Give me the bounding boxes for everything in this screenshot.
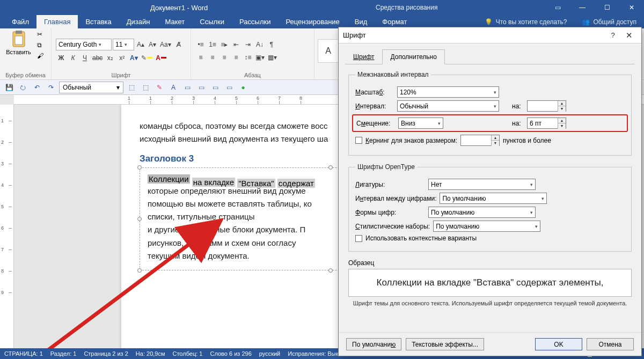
status-pageof[interactable]: Страница 2 из 2 xyxy=(84,350,128,357)
qat-icon-2[interactable]: ⬚ xyxy=(140,82,151,93)
maximize-icon[interactable]: ☐ xyxy=(595,0,619,15)
style-combo[interactable]: Обычный▾ xyxy=(59,82,123,93)
qat-icon-9[interactable]: ● xyxy=(237,82,249,93)
copy-icon[interactable]: ⧉ xyxy=(37,41,47,51)
contextual-checkbox[interactable]: Использовать контекстные варианты xyxy=(355,235,477,242)
dialog-titlebar[interactable]: Шрифт ? ✕ xyxy=(339,27,641,43)
strike-button[interactable]: abc xyxy=(91,53,104,63)
indent-dec-icon[interactable]: ⇤ xyxy=(231,39,241,50)
status-position[interactable]: На: 20,9см xyxy=(136,350,165,357)
set-default-button[interactable]: По умолчанию xyxy=(346,338,401,350)
stylistic-sets-combo[interactable]: По умолчанию▾ xyxy=(433,221,540,232)
qat-icon-4[interactable]: A xyxy=(167,82,179,93)
tab-references[interactable]: Ссылки xyxy=(192,15,232,28)
status-column[interactable]: Столбец: 1 xyxy=(173,350,203,357)
numspacing-combo[interactable]: По умолчанию▾ xyxy=(440,193,547,204)
spacing-by-input[interactable] xyxy=(528,101,558,111)
qat-icon-5[interactable]: ▭ xyxy=(181,82,193,93)
qat-icon-8[interactable]: ▭ xyxy=(223,82,235,93)
close-icon[interactable]: ✕ xyxy=(621,27,637,43)
cancel-button[interactable]: Отмена xyxy=(587,338,634,350)
position-by-spin[interactable]: ▲▼ xyxy=(527,118,566,129)
ligatures-combo[interactable]: Нет▾ xyxy=(428,179,536,190)
tab-file[interactable]: Файл xyxy=(4,15,36,28)
sort-icon[interactable]: A↓ xyxy=(254,39,265,50)
italic-button[interactable]: К xyxy=(68,53,78,63)
ok-button[interactable]: OK xyxy=(535,338,582,350)
resize-handle-icon[interactable] xyxy=(328,268,333,273)
repeat-icon[interactable]: ⭮ xyxy=(17,82,29,93)
shrink-font-icon[interactable]: A▾ xyxy=(147,39,158,50)
font-name-combo[interactable]: Century Goth▾ xyxy=(56,39,112,50)
status-section[interactable]: Раздел: 1 xyxy=(50,350,77,357)
bullets-icon[interactable]: •≡ xyxy=(195,39,206,50)
sel-word[interactable]: Коллекции xyxy=(148,174,190,184)
line-spacing-icon[interactable]: ↕≡ xyxy=(243,52,253,63)
resize-handle-icon[interactable] xyxy=(137,268,142,273)
tab-layout[interactable]: Макет xyxy=(157,15,192,28)
underline-button[interactable]: Ч xyxy=(79,53,90,63)
spin-up-icon[interactable]: ▲ xyxy=(558,101,566,106)
multilevel-icon[interactable]: ≡▸ xyxy=(219,39,230,50)
help-icon[interactable]: ? xyxy=(605,27,621,43)
save-icon[interactable]: 💾 xyxy=(3,82,15,93)
qat-icon-6[interactable]: ▭ xyxy=(195,82,207,93)
sel-word[interactable]: на вкладке xyxy=(192,178,235,187)
numforms-combo[interactable]: По умолчанию▾ xyxy=(428,207,536,218)
spacing-combo[interactable]: Обычный▾ xyxy=(397,100,499,112)
highlight-icon[interactable]: ✎ xyxy=(140,53,153,63)
status-track[interactable]: Исправления: Выкл. xyxy=(288,350,343,357)
undo-icon[interactable]: ↶ xyxy=(31,82,43,93)
qat-icon-3[interactable]: ✎ xyxy=(153,82,165,93)
format-painter-icon[interactable]: 🖌 xyxy=(37,52,47,62)
ruler-vertical[interactable]: 1 2 3 4 5 6 7 8 9 xyxy=(0,105,14,348)
resize-handle-icon[interactable] xyxy=(137,217,142,221)
numbering-icon[interactable]: 1≡ xyxy=(207,39,218,50)
shading-icon[interactable]: ▣▾ xyxy=(254,52,266,63)
sel-word[interactable]: "Вставка" xyxy=(237,179,275,188)
position-by-input[interactable] xyxy=(528,118,558,128)
grow-font-icon[interactable]: A▴ xyxy=(135,39,146,50)
align-right-icon[interactable]: ≡ xyxy=(219,52,230,63)
kerning-spin[interactable]: ▲▼ xyxy=(460,135,500,146)
clear-formatting-icon[interactable]: A̸ xyxy=(173,39,184,50)
font-size-combo[interactable]: 11▾ xyxy=(113,39,134,50)
borders-icon[interactable]: ▦▾ xyxy=(267,52,278,63)
show-marks-icon[interactable]: ¶ xyxy=(266,39,277,50)
spin-up-icon[interactable]: ▲ xyxy=(558,118,566,123)
tab-insert[interactable]: Вставка xyxy=(78,15,119,28)
tab-home[interactable]: Главная xyxy=(36,15,78,28)
ribbon-options-icon[interactable]: ▭ xyxy=(545,0,570,15)
tab-review[interactable]: Рецензирование xyxy=(278,15,347,28)
tab-mailings[interactable]: Рассылки xyxy=(232,15,278,28)
kerning-input[interactable] xyxy=(461,135,491,145)
redo-icon[interactable]: ↷ xyxy=(45,82,57,93)
dialog-tab-font[interactable]: Шрифт xyxy=(345,49,382,64)
kerning-checkbox[interactable]: Кернинг для знаков размером: xyxy=(355,137,457,144)
close-icon[interactable]: ✕ xyxy=(619,0,644,15)
cut-icon[interactable]: ✂ xyxy=(37,31,47,40)
status-page[interactable]: СТРАНИЦА: 1 xyxy=(4,350,43,357)
spin-down-icon[interactable]: ▼ xyxy=(558,123,566,129)
spin-down-icon[interactable]: ▼ xyxy=(558,106,566,112)
dialog-tab-advanced[interactable]: Дополнительно xyxy=(382,49,444,64)
align-center-icon[interactable]: ≡ xyxy=(207,52,218,63)
scale-combo[interactable]: 120%▾ xyxy=(397,86,499,98)
spin-down-icon[interactable]: ▼ xyxy=(492,141,499,146)
spacing-by-spin[interactable]: ▲▼ xyxy=(527,100,566,112)
tab-design[interactable]: Дизайн xyxy=(119,15,158,28)
text-effects-button[interactable]: Текстовые эффекты... xyxy=(406,338,484,350)
subscript-button[interactable]: x₂ xyxy=(105,53,115,63)
status-words[interactable]: Слово 6 из 296 xyxy=(210,350,251,357)
sel-word[interactable]: содержат xyxy=(277,179,315,188)
status-language[interactable]: русский xyxy=(259,350,280,357)
paste-label[interactable]: Вставить xyxy=(6,49,31,55)
styles-gallery[interactable]: А xyxy=(318,39,339,63)
paste-icon[interactable] xyxy=(10,31,27,48)
change-case-icon[interactable]: Aa▾ xyxy=(159,39,172,50)
indent-inc-icon[interactable]: ⇥ xyxy=(243,39,253,50)
resize-handle-icon[interactable] xyxy=(137,165,142,170)
position-combo[interactable]: Вниз▾ xyxy=(398,118,443,129)
bold-button[interactable]: Ж xyxy=(56,53,67,63)
qat-icon-7[interactable]: ▭ xyxy=(209,82,221,93)
